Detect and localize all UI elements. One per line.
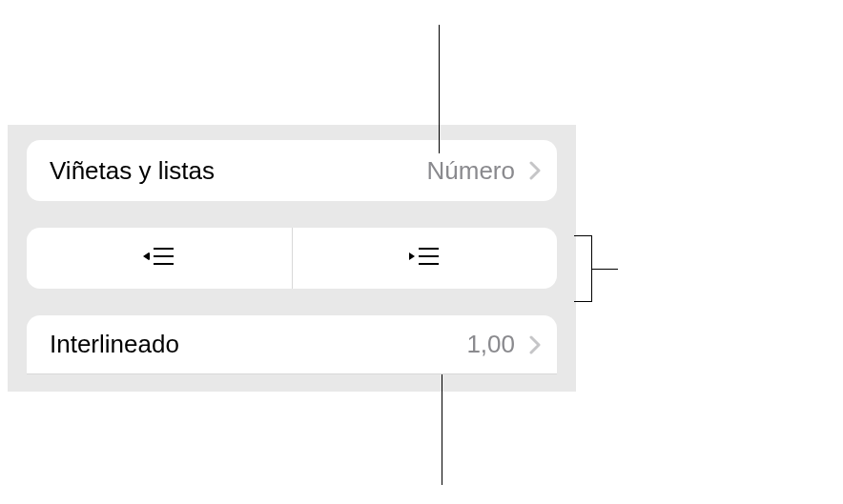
callout-line: [439, 25, 440, 153]
callout-line: [591, 269, 618, 270]
line-spacing-row[interactable]: Interlineado 1,00: [27, 315, 557, 374]
outdent-icon: [143, 246, 175, 271]
bullets-lists-label: Viñetas y listas: [50, 156, 427, 186]
chevron-right-icon: [528, 160, 542, 181]
svg-marker-8: [409, 252, 415, 260]
bullets-lists-value: Número: [427, 156, 515, 186]
line-spacing-label: Interlineado: [50, 330, 466, 359]
format-panel: Viñetas y listas Número: [8, 125, 576, 392]
bullets-lists-row[interactable]: Viñetas y listas Número: [27, 140, 557, 201]
callout-line: [574, 235, 591, 236]
indent-icon: [408, 246, 441, 271]
line-spacing-value: 1,00: [466, 330, 515, 359]
callout-line: [442, 374, 442, 485]
chevron-right-icon: [528, 334, 542, 355]
indent-button[interactable]: [293, 228, 558, 289]
svg-marker-4: [144, 252, 150, 260]
outdent-button[interactable]: [27, 228, 293, 289]
indent-controls: [27, 228, 557, 289]
callout-line: [574, 301, 591, 302]
